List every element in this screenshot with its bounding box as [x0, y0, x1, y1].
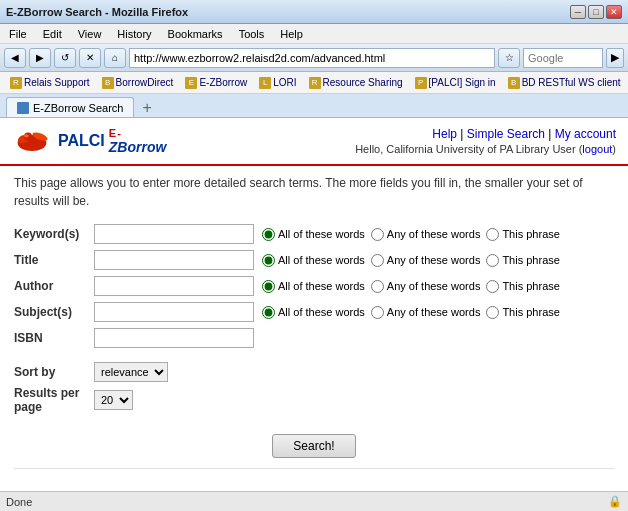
bookmark-palci-icon: P	[415, 77, 427, 89]
description-text: This page allows you to enter more detai…	[14, 174, 614, 210]
star-icon[interactable]: ☆	[498, 48, 520, 68]
keyword-input[interactable]	[94, 224, 254, 244]
subjects-all-option[interactable]: All of these words	[262, 306, 365, 319]
menu-edit[interactable]: Edit	[40, 27, 65, 41]
menu-bar: File Edit View History Bookmarks Tools H…	[0, 24, 628, 44]
title-phrase-option[interactable]: This phrase	[486, 254, 559, 267]
bookmark-lori-icon: L	[259, 77, 271, 89]
palci-bird-icon	[12, 126, 52, 156]
subjects-any-option[interactable]: Any of these words	[371, 306, 481, 319]
close-btn[interactable]: ✕	[606, 5, 622, 19]
sort-label: Sort by	[14, 365, 94, 379]
bookmarks-bar: RRelais Support BBorrowDirect EE-ZBorrow…	[0, 72, 628, 94]
security-icon: 🔒	[608, 495, 622, 508]
menu-bookmarks[interactable]: Bookmarks	[165, 27, 226, 41]
bookmark-ezborrow[interactable]: EE-ZBorrow	[181, 76, 251, 90]
subjects-input[interactable]	[94, 302, 254, 322]
titlebar: E-ZBorrow Search - Mozilla Firefox ─ □ ✕	[0, 0, 628, 24]
results-label: Results per page	[14, 386, 94, 414]
search-box[interactable]	[523, 48, 603, 68]
palci-logo: PALCI	[12, 126, 105, 156]
status-bar: Done 🔒	[0, 491, 628, 511]
new-tab-btn[interactable]: +	[138, 99, 155, 117]
bookmark-bd-rest[interactable]: BBD RESTful WS client	[504, 76, 625, 90]
author-input[interactable]	[94, 276, 254, 296]
sort-select[interactable]: relevance	[94, 362, 168, 382]
ezborrow-brand: E- ZBorrow	[109, 127, 167, 155]
author-label: Author	[14, 279, 94, 293]
author-radio-group: All of these words Any of these words Th…	[262, 280, 566, 293]
page-content: PALCI E- ZBorrow Help | Simple Search | …	[0, 118, 628, 480]
bookmark-resource[interactable]: RResource Sharing	[305, 76, 407, 90]
author-any-option[interactable]: Any of these words	[371, 280, 481, 293]
bookmark-ez-icon: E	[185, 77, 197, 89]
menu-view[interactable]: View	[75, 27, 105, 41]
main-content: This page allows you to enter more detai…	[0, 166, 628, 480]
logout-link[interactable]: logout	[582, 143, 612, 155]
isbn-label: ISBN	[14, 331, 94, 345]
back-btn[interactable]: ◀	[4, 48, 26, 68]
keyword-any-option[interactable]: Any of these words	[371, 228, 481, 241]
search-btn-row: Search!	[14, 434, 614, 458]
keyword-label: Keyword(s)	[14, 227, 94, 241]
results-select[interactable]: 20	[94, 390, 133, 410]
bookmark-bd-icon: B	[102, 77, 114, 89]
my-account-link[interactable]: My account	[555, 127, 616, 141]
bookmark-rest-icon: B	[508, 77, 520, 89]
page-header: PALCI E- ZBorrow Help | Simple Search | …	[0, 118, 628, 166]
search-button[interactable]: Search!	[272, 434, 355, 458]
window-controls: ─ □ ✕	[570, 5, 622, 19]
help-link[interactable]: Help	[432, 127, 457, 141]
subjects-row: Subject(s) All of these words Any of the…	[14, 302, 614, 322]
search-go-btn[interactable]: ▶	[606, 48, 624, 68]
title-radio-group: All of these words Any of these words Th…	[262, 254, 566, 267]
palci-text: PALCI	[58, 132, 105, 150]
browser-toolbar: ◀ ▶ ↺ ✕ ⌂ ☆ ▶	[0, 44, 628, 72]
simple-search-link[interactable]: Simple Search	[467, 127, 545, 141]
page-footer: ©2010 Index Data	[14, 468, 614, 480]
status-text: Done	[6, 496, 32, 508]
footer-text: ©2010 Index Data	[270, 479, 359, 480]
tab-label: E-ZBorrow Search	[33, 102, 123, 114]
author-phrase-option[interactable]: This phrase	[486, 280, 559, 293]
address-bar[interactable]	[129, 48, 495, 68]
tab-icon	[17, 102, 29, 114]
zborrow-text: ZBorrow	[109, 139, 167, 155]
author-row: Author All of these words Any of these w…	[14, 276, 614, 296]
title-any-option[interactable]: Any of these words	[371, 254, 481, 267]
author-all-option[interactable]: All of these words	[262, 280, 365, 293]
bookmark-borrowdirect[interactable]: BBorrowDirect	[98, 76, 178, 90]
bookmark-relais[interactable]: RRelais Support	[6, 76, 94, 90]
tab-ezborrow[interactable]: E-ZBorrow Search	[6, 97, 134, 117]
maximize-btn[interactable]: □	[588, 5, 604, 19]
bookmark-rs-icon: R	[309, 77, 321, 89]
tab-bar: E-ZBorrow Search +	[0, 94, 628, 118]
ez-text: E-	[109, 127, 167, 139]
title-row: Title All of these words Any of these wo…	[14, 250, 614, 270]
search-form: Keyword(s) All of these words Any of the…	[14, 224, 614, 458]
menu-tools[interactable]: Tools	[236, 27, 268, 41]
logo-area: PALCI E- ZBorrow	[12, 126, 166, 156]
title-label: Title	[14, 253, 94, 267]
title-all-option[interactable]: All of these words	[262, 254, 365, 267]
reload-btn[interactable]: ↺	[54, 48, 76, 68]
isbn-row: ISBN	[14, 328, 614, 348]
minimize-btn[interactable]: ─	[570, 5, 586, 19]
home-btn[interactable]: ⌂	[104, 48, 126, 68]
isbn-input[interactable]	[94, 328, 254, 348]
bookmark-lori[interactable]: LLORI	[255, 76, 300, 90]
sort-row: Sort by relevance	[14, 362, 614, 382]
subjects-phrase-option[interactable]: This phrase	[486, 306, 559, 319]
stop-btn[interactable]: ✕	[79, 48, 101, 68]
bookmark-relais-icon: R	[10, 77, 22, 89]
title-input[interactable]	[94, 250, 254, 270]
keyword-phrase-option[interactable]: This phrase	[486, 228, 559, 241]
menu-help[interactable]: Help	[277, 27, 306, 41]
results-row: Results per page 20	[14, 386, 614, 414]
keyword-all-option[interactable]: All of these words	[262, 228, 365, 241]
menu-history[interactable]: History	[114, 27, 154, 41]
forward-btn[interactable]: ▶	[29, 48, 51, 68]
bookmark-palci[interactable]: P[PALCI] Sign in	[411, 76, 500, 90]
menu-file[interactable]: File	[6, 27, 30, 41]
keyword-radio-group: All of these words Any of these words Th…	[262, 228, 566, 241]
